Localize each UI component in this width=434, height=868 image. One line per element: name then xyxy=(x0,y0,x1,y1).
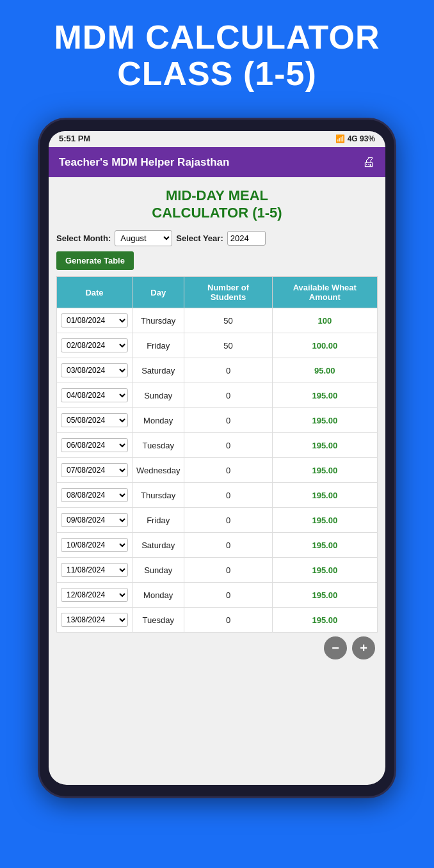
day-cell: Tuesday xyxy=(133,608,184,633)
wheat-cell: 100.00 xyxy=(272,333,377,358)
status-time: 5:51 PM xyxy=(59,134,90,143)
table-row: 12/08/2024Monday0195.00 xyxy=(57,583,378,608)
table-row: 11/08/2024Sunday0195.00 xyxy=(57,558,378,583)
day-cell: Thursday xyxy=(133,308,184,333)
day-cell: Friday xyxy=(133,333,184,358)
selectors-row: Select Month: August Select Year: xyxy=(56,230,378,246)
students-cell: 0 xyxy=(184,483,272,508)
students-cell: 0 xyxy=(184,608,272,633)
date-select[interactable]: 11/08/2024 xyxy=(61,563,128,577)
table-row: 01/08/2024Thursday50100 xyxy=(57,308,378,333)
col-header-students: Number of Students xyxy=(184,277,272,308)
status-bar: 5:51 PM 📶 4G 93% xyxy=(49,131,385,147)
date-cell: 02/08/2024 xyxy=(57,333,133,358)
date-select[interactable]: 02/08/2024 xyxy=(61,338,128,352)
day-cell: Friday xyxy=(133,508,184,533)
students-cell: 0 xyxy=(184,433,272,458)
students-cell: 50 xyxy=(184,308,272,333)
network-icon: 📶 xyxy=(335,134,345,143)
table-row: 03/08/2024Saturday095.00 xyxy=(57,358,378,383)
date-select[interactable]: 09/08/2024 xyxy=(61,513,128,527)
students-cell: 0 xyxy=(184,458,272,483)
month-select[interactable]: August xyxy=(115,230,172,246)
battery-icon: 4G 93% xyxy=(348,134,375,143)
date-select[interactable]: 03/08/2024 xyxy=(61,363,128,377)
plus-button[interactable]: + xyxy=(352,636,375,659)
students-cell: 0 xyxy=(184,358,272,383)
date-select[interactable]: 08/08/2024 xyxy=(61,488,128,502)
date-select[interactable]: 10/08/2024 xyxy=(61,538,128,552)
year-input[interactable] xyxy=(227,231,266,246)
col-header-wheat: Available Wheat Amount xyxy=(272,277,377,308)
date-cell: 12/08/2024 xyxy=(57,583,133,608)
date-cell: 04/08/2024 xyxy=(57,383,133,408)
date-select[interactable]: 01/08/2024 xyxy=(61,313,128,327)
wheat-cell: 195.00 xyxy=(272,533,377,558)
date-select[interactable]: 04/08/2024 xyxy=(61,388,128,402)
day-cell: Tuesday xyxy=(133,433,184,458)
day-cell: Monday xyxy=(133,583,184,608)
page-title: MDM CALCULATORCLASS (1-5) xyxy=(42,13,393,99)
date-select[interactable]: 06/08/2024 xyxy=(61,438,128,452)
wheat-cell: 195.00 xyxy=(272,483,377,508)
year-label: Select Year: xyxy=(176,233,223,243)
status-icons: 📶 4G 93% xyxy=(335,134,375,143)
wheat-cell: 195.00 xyxy=(272,383,377,408)
minus-button[interactable]: − xyxy=(324,636,347,659)
date-cell: 01/08/2024 xyxy=(57,308,133,333)
date-cell: 13/08/2024 xyxy=(57,608,133,633)
phone-mockup: 5:51 PM 📶 4G 93% Teacher's MDM Helper Ra… xyxy=(38,118,396,798)
table-row: 08/08/2024Thursday0195.00 xyxy=(57,483,378,508)
wheat-cell: 195.00 xyxy=(272,408,377,433)
date-cell: 08/08/2024 xyxy=(57,483,133,508)
table-row: 09/08/2024Friday0195.00 xyxy=(57,508,378,533)
calculator-title: MID-DAY MEAL CALCULATOR (1-5) xyxy=(56,187,378,221)
date-cell: 07/08/2024 xyxy=(57,458,133,483)
date-select[interactable]: 13/08/2024 xyxy=(61,613,128,627)
day-cell: Sunday xyxy=(133,383,184,408)
students-cell: 0 xyxy=(184,583,272,608)
date-cell: 05/08/2024 xyxy=(57,408,133,433)
table-row: 13/08/2024Tuesday0195.00 xyxy=(57,608,378,633)
wheat-cell: 195.00 xyxy=(272,508,377,533)
date-cell: 10/08/2024 xyxy=(57,533,133,558)
table-row: 10/08/2024Saturday0195.00 xyxy=(57,533,378,558)
day-cell: Saturday xyxy=(133,533,184,558)
app-header: Teacher's MDM Helper Rajasthan 🖨 xyxy=(49,147,385,177)
wheat-cell: 195.00 xyxy=(272,583,377,608)
students-cell: 0 xyxy=(184,533,272,558)
day-cell: Wednesday xyxy=(133,458,184,483)
date-select[interactable]: 05/08/2024 xyxy=(61,413,128,427)
students-cell: 50 xyxy=(184,333,272,358)
table-row: 04/08/2024Sunday0195.00 xyxy=(57,383,378,408)
day-cell: Monday xyxy=(133,408,184,433)
wheat-cell: 195.00 xyxy=(272,458,377,483)
col-header-date: Date xyxy=(57,277,133,308)
table-row: 07/08/2024Wednesday0195.00 xyxy=(57,458,378,483)
students-cell: 0 xyxy=(184,383,272,408)
students-cell: 0 xyxy=(184,508,272,533)
table-row: 05/08/2024Monday0195.00 xyxy=(57,408,378,433)
app-content: MID-DAY MEAL CALCULATOR (1-5) Select Mon… xyxy=(49,177,385,785)
day-cell: Thursday xyxy=(133,483,184,508)
col-header-day: Day xyxy=(133,277,184,308)
students-cell: 0 xyxy=(184,408,272,433)
table-row: 06/08/2024Tuesday0195.00 xyxy=(57,433,378,458)
day-cell: Sunday xyxy=(133,558,184,583)
date-cell: 03/08/2024 xyxy=(57,358,133,383)
date-cell: 06/08/2024 xyxy=(57,433,133,458)
date-select[interactable]: 07/08/2024 xyxy=(61,463,128,477)
date-cell: 09/08/2024 xyxy=(57,508,133,533)
generate-table-button[interactable]: Generate Table xyxy=(56,251,134,270)
wheat-cell: 100 xyxy=(272,308,377,333)
print-icon[interactable]: 🖨 xyxy=(362,155,375,170)
students-cell: 0 xyxy=(184,558,272,583)
wheat-cell: 95.00 xyxy=(272,358,377,383)
date-select[interactable]: 12/08/2024 xyxy=(61,588,128,602)
wheat-cell: 195.00 xyxy=(272,608,377,633)
app-header-title: Teacher's MDM Helper Rajasthan xyxy=(59,156,229,169)
mdm-table: Date Day Number of Students Available Wh… xyxy=(56,276,378,633)
day-cell: Saturday xyxy=(133,358,184,383)
wheat-cell: 195.00 xyxy=(272,558,377,583)
bottom-buttons: − + xyxy=(56,636,378,659)
